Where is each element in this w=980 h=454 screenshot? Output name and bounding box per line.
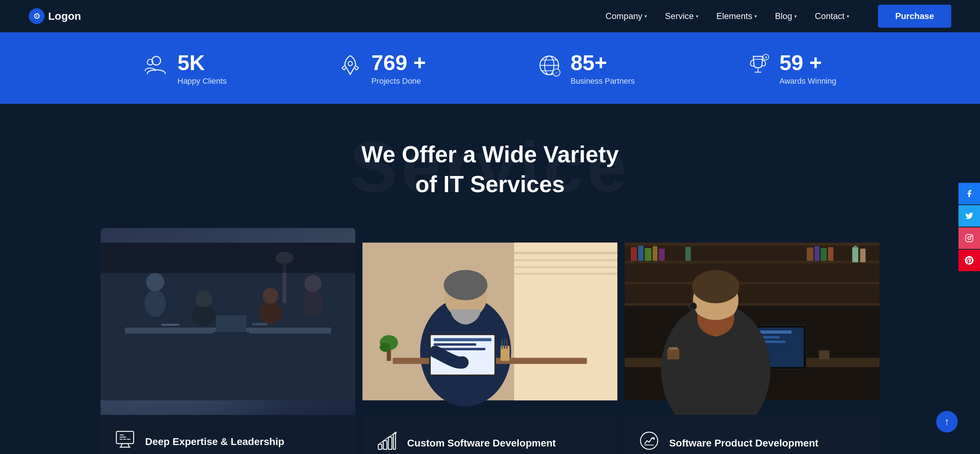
chevron-down-icon: ▾ bbox=[794, 13, 797, 19]
svg-rect-85 bbox=[667, 349, 679, 360]
svg-text:★: ★ bbox=[764, 55, 768, 59]
service-card-0-image bbox=[100, 228, 355, 415]
svg-rect-52 bbox=[388, 437, 392, 449]
svg-rect-32 bbox=[514, 267, 617, 268]
svg-point-88 bbox=[641, 432, 658, 449]
chevron-down-icon: ▾ bbox=[644, 13, 647, 19]
service-card-2-title: Software Product Development bbox=[669, 437, 818, 450]
facebook-button[interactable] bbox=[958, 183, 980, 204]
stat-awards-number: 59 + bbox=[779, 50, 836, 75]
svg-point-19 bbox=[302, 290, 324, 317]
svg-rect-23 bbox=[161, 324, 180, 326]
stat-happy-clients: 5K Happy Clients bbox=[144, 50, 227, 86]
svg-rect-70 bbox=[828, 247, 833, 261]
svg-rect-46 bbox=[506, 339, 508, 349]
page-content: 5K Happy Clients 769 + Projects Done bbox=[0, 0, 980, 454]
svg-rect-66 bbox=[686, 247, 691, 261]
stat-partners-number: 85+ bbox=[571, 50, 635, 75]
svg-rect-53 bbox=[393, 433, 396, 449]
rocket-icon bbox=[338, 53, 363, 84]
svg-rect-12 bbox=[213, 332, 249, 335]
svg-rect-58 bbox=[625, 261, 880, 263]
svg-rect-68 bbox=[815, 246, 819, 261]
svg-point-0 bbox=[152, 56, 161, 65]
svg-rect-57 bbox=[625, 243, 880, 246]
nav-elements[interactable]: Elements ▾ bbox=[716, 11, 757, 21]
svg-rect-30 bbox=[514, 252, 617, 254]
svg-rect-71 bbox=[852, 247, 858, 262]
stat-projects-number: 769 + bbox=[371, 50, 426, 75]
service-cards: Deep Expertise & Leadership bbox=[29, 228, 951, 454]
svg-point-16 bbox=[195, 290, 212, 307]
svg-rect-72 bbox=[854, 246, 856, 248]
chart-icon bbox=[377, 431, 397, 454]
svg-point-14 bbox=[146, 273, 164, 291]
chevron-down-icon: ▾ bbox=[847, 13, 849, 19]
svg-rect-59 bbox=[625, 282, 880, 285]
chevron-down-icon: ▾ bbox=[754, 13, 757, 19]
logo[interactable]: ⊙ Logon bbox=[29, 8, 81, 24]
logo-text: Logon bbox=[48, 10, 81, 22]
stats-banner: 5K Happy Clients 769 + Projects Done bbox=[0, 32, 980, 104]
stat-projects-label: Projects Done bbox=[371, 76, 426, 86]
service-card-1-footer: Custom Software Development bbox=[363, 416, 617, 454]
instagram-button[interactable] bbox=[958, 227, 980, 249]
svg-rect-67 bbox=[807, 248, 813, 261]
svg-point-36 bbox=[444, 270, 488, 300]
social-sidebar bbox=[958, 183, 980, 271]
svg-point-17 bbox=[259, 301, 282, 324]
svg-rect-45 bbox=[504, 338, 505, 349]
service-card-0-footer: Deep Expertise & Leadership bbox=[100, 415, 355, 454]
stat-clients-label: Happy Clients bbox=[177, 76, 227, 86]
svg-rect-61 bbox=[631, 247, 637, 261]
purchase-button[interactable]: Purchase bbox=[878, 5, 951, 28]
svg-rect-65 bbox=[659, 249, 665, 261]
svg-rect-51 bbox=[383, 441, 387, 449]
stat-partners: ✓ 85+ Business Partners bbox=[537, 50, 635, 86]
svg-rect-31 bbox=[514, 259, 617, 261]
scroll-top-button[interactable]: ↑ bbox=[936, 411, 958, 432]
service-card-0-title: Deep Expertise & Leadership bbox=[145, 435, 284, 448]
svg-rect-87 bbox=[819, 351, 829, 360]
svg-point-13 bbox=[145, 290, 165, 317]
nav-service[interactable]: Service ▾ bbox=[665, 11, 698, 21]
growth-icon bbox=[639, 431, 659, 454]
nav-links: Company ▾ Service ▾ Elements ▾ Blog ▾ Co… bbox=[605, 5, 951, 28]
clients-icon bbox=[144, 53, 169, 84]
nav-company[interactable]: Company ▾ bbox=[605, 11, 647, 21]
svg-point-90 bbox=[968, 237, 970, 240]
services-section: Service We Offer a Wide Variety of IT Se… bbox=[0, 104, 980, 454]
svg-point-49 bbox=[380, 343, 390, 352]
svg-rect-33 bbox=[514, 273, 617, 275]
twitter-button[interactable] bbox=[958, 205, 980, 227]
nav-blog[interactable]: Blog ▾ bbox=[775, 11, 797, 21]
pinterest-button[interactable] bbox=[958, 250, 980, 271]
svg-rect-44 bbox=[501, 340, 503, 349]
nav-contact[interactable]: Contact ▾ bbox=[815, 11, 849, 21]
service-card-2-image bbox=[625, 228, 880, 416]
svg-rect-60 bbox=[625, 303, 880, 306]
stat-awards-label: Awards Winning bbox=[779, 76, 836, 86]
svg-point-18 bbox=[262, 288, 278, 304]
stat-partners-label: Business Partners bbox=[571, 76, 635, 86]
logo-icon: ⊙ bbox=[29, 8, 45, 24]
service-card-1-image bbox=[363, 228, 617, 416]
service-card-2: Software Product Development bbox=[625, 228, 880, 454]
trophy-icon: ★ bbox=[745, 53, 770, 84]
svg-rect-50 bbox=[378, 444, 382, 449]
monitor-icon bbox=[115, 429, 135, 454]
svg-text:✓: ✓ bbox=[555, 71, 558, 75]
globe-icon: ✓ bbox=[537, 53, 562, 84]
service-card-0: Deep Expertise & Leadership bbox=[100, 228, 355, 454]
svg-rect-64 bbox=[652, 246, 657, 261]
service-card-1: Custom Software Development bbox=[363, 228, 617, 454]
svg-point-91 bbox=[971, 236, 972, 237]
svg-point-15 bbox=[191, 305, 216, 326]
navbar: ⊙ Logon Company ▾ Service ▾ Elements ▾ B… bbox=[0, 0, 980, 32]
chevron-down-icon: ▾ bbox=[696, 13, 698, 19]
svg-rect-24 bbox=[252, 323, 267, 326]
svg-rect-62 bbox=[638, 246, 643, 261]
svg-point-84 bbox=[689, 303, 697, 310]
stat-clients-number: 5K bbox=[177, 50, 227, 75]
svg-rect-40 bbox=[434, 338, 492, 341]
